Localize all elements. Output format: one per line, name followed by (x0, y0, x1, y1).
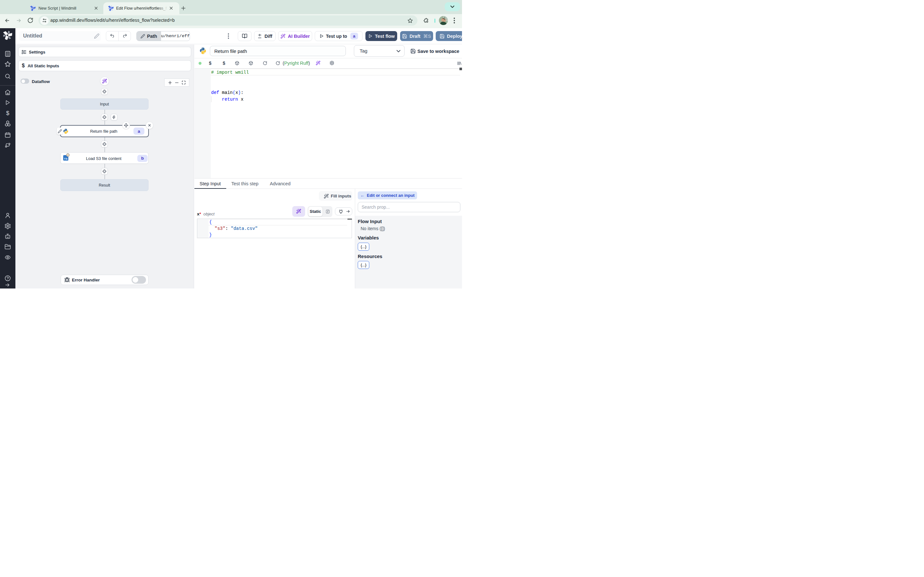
svg-text:$: $ (6, 110, 9, 116)
